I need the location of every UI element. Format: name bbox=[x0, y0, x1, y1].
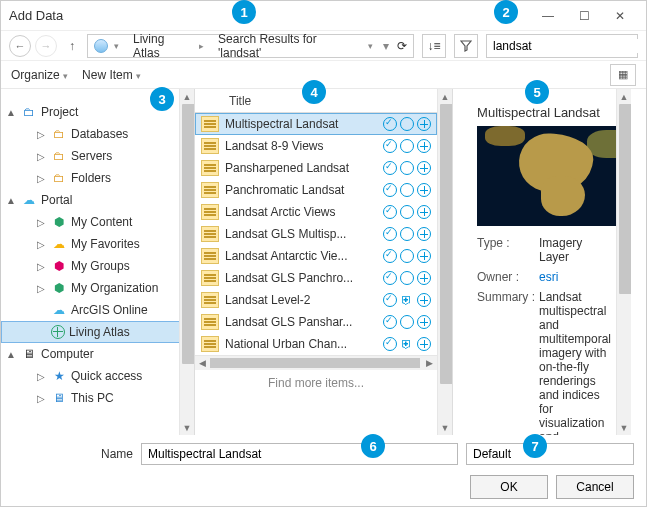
owner-label: Owner : bbox=[477, 270, 539, 284]
tree-my-groups[interactable]: ▷⬢My Groups bbox=[1, 255, 194, 277]
status-icon bbox=[400, 117, 414, 131]
tree-folders[interactable]: ▷🗀Folders bbox=[1, 167, 194, 189]
details-panel: Multispectral Landsat Type : Imagery Lay… bbox=[453, 89, 631, 435]
layer-icon bbox=[201, 182, 219, 198]
tree-databases[interactable]: ▷🗀Databases bbox=[1, 123, 194, 145]
list-row[interactable]: Landsat 8-9 Views bbox=[195, 135, 437, 157]
tree-arcgis-online[interactable]: ☁ArcGIS Online bbox=[1, 299, 194, 321]
organize-menu[interactable]: Organize ▾ bbox=[11, 68, 68, 82]
list-row[interactable]: Landsat GLS Panshar... bbox=[195, 311, 437, 333]
layer-icon bbox=[201, 226, 219, 242]
breadcrumb-seg-1[interactable]: Living Atlas bbox=[133, 32, 193, 60]
back-button[interactable]: ← bbox=[9, 35, 31, 57]
details-scrollbar[interactable]: ▲ ▼ bbox=[616, 89, 631, 435]
list-row[interactable]: Landsat Level-2⛨ bbox=[195, 289, 437, 311]
badges bbox=[383, 249, 431, 263]
owner-value[interactable]: esri bbox=[539, 270, 611, 284]
layer-icon bbox=[201, 314, 219, 330]
toolbar: ← → ↑ ▾ Living Atlas▸ Search Results for… bbox=[1, 31, 646, 61]
badges bbox=[383, 117, 431, 131]
forward-button[interactable]: → bbox=[35, 35, 57, 57]
breadcrumb[interactable]: ▾ Living Atlas▸ Search Results for 'land… bbox=[87, 34, 414, 58]
filter-button[interactable] bbox=[454, 34, 478, 58]
cancel-button[interactable]: Cancel bbox=[556, 475, 634, 499]
living-atlas-badge-icon bbox=[417, 117, 431, 131]
living-atlas-badge-icon bbox=[417, 293, 431, 307]
badges bbox=[383, 271, 431, 285]
list-row[interactable]: Landsat Arctic Views bbox=[195, 201, 437, 223]
authoritative-icon bbox=[383, 227, 397, 241]
list-item-label: Landsat 8-9 Views bbox=[225, 139, 377, 153]
ok-button[interactable]: OK bbox=[470, 475, 548, 499]
list-row[interactable]: Landsat GLS Multisp... bbox=[195, 223, 437, 245]
authoritative-icon bbox=[383, 271, 397, 285]
subscriber-icon: ⛨ bbox=[400, 337, 414, 351]
view-mode-button[interactable]: ▦ bbox=[610, 64, 636, 86]
tree-my-content[interactable]: ▷⬢My Content bbox=[1, 211, 194, 233]
minimize-button[interactable]: — bbox=[530, 2, 566, 30]
living-atlas-badge-icon bbox=[417, 183, 431, 197]
maximize-button[interactable]: ☐ bbox=[566, 2, 602, 30]
callout-4: 4 bbox=[302, 80, 326, 104]
new-item-menu[interactable]: New Item ▾ bbox=[82, 68, 141, 82]
summary-label: Summary : bbox=[477, 290, 539, 435]
list-row[interactable]: Pansharpened Landsat bbox=[195, 157, 437, 179]
living-atlas-badge-icon bbox=[417, 161, 431, 175]
tree-my-favorites[interactable]: ▷☁My Favorites bbox=[1, 233, 194, 255]
badges bbox=[383, 183, 431, 197]
close-button[interactable]: ✕ bbox=[602, 2, 638, 30]
tree-portal[interactable]: ▲☁Portal bbox=[1, 189, 194, 211]
tree-servers[interactable]: ▷🗀Servers bbox=[1, 145, 194, 167]
list-row[interactable]: Landsat Antarctic Vie... bbox=[195, 245, 437, 267]
find-more-link[interactable]: Find more items... bbox=[195, 370, 437, 396]
living-atlas-badge-icon bbox=[417, 315, 431, 329]
list-row[interactable]: Multispectral Landsat bbox=[195, 113, 437, 135]
breadcrumb-seg-2[interactable]: Search Results for 'landsat' bbox=[218, 32, 362, 60]
tree-panel: ▲🗀Project ▷🗀Databases ▷🗀Servers ▷🗀Folder… bbox=[1, 89, 195, 435]
status-icon bbox=[400, 315, 414, 329]
badges bbox=[383, 227, 431, 241]
authoritative-icon bbox=[383, 205, 397, 219]
tree-computer[interactable]: ▲🖥Computer bbox=[1, 343, 194, 365]
layer-icon bbox=[201, 292, 219, 308]
status-icon bbox=[400, 227, 414, 241]
type-filter-combo[interactable] bbox=[466, 443, 634, 465]
list-item-label: Landsat GLS Multisp... bbox=[225, 227, 377, 241]
list-row[interactable]: Landsat GLS Panchro... bbox=[195, 267, 437, 289]
list-scrollbar[interactable]: ▲ ▼ bbox=[437, 89, 452, 435]
authoritative-icon bbox=[383, 117, 397, 131]
name-input[interactable] bbox=[141, 443, 458, 465]
refresh-button[interactable]: ⟳ bbox=[391, 35, 413, 57]
list-item-label: Landsat Arctic Views bbox=[225, 205, 377, 219]
living-atlas-badge-icon bbox=[417, 271, 431, 285]
tree-quick-access[interactable]: ▷★Quick access bbox=[1, 365, 194, 387]
window-title: Add Data bbox=[9, 8, 530, 23]
badges bbox=[383, 205, 431, 219]
summary-value: Landsat multispectral and multitemporal … bbox=[539, 290, 611, 435]
search-input[interactable] bbox=[487, 39, 647, 53]
list-row[interactable]: Panchromatic Landsat bbox=[195, 179, 437, 201]
living-atlas-badge-icon bbox=[417, 249, 431, 263]
living-atlas-badge-icon bbox=[417, 205, 431, 219]
layer-icon bbox=[201, 336, 219, 352]
search-box[interactable]: ✕ 🔍 bbox=[486, 34, 638, 58]
list-panel: Title Multispectral LandsatLandsat 8-9 V… bbox=[195, 89, 453, 435]
tree-this-pc[interactable]: ▷🖥This PC bbox=[1, 387, 194, 409]
list-item-label: Pansharpened Landsat bbox=[225, 161, 377, 175]
tree-my-org[interactable]: ▷⬢My Organization bbox=[1, 277, 194, 299]
tree-scrollbar[interactable]: ▲ ▼ bbox=[179, 89, 194, 435]
tree-living-atlas[interactable]: Living Atlas bbox=[1, 321, 194, 343]
list-hscrollbar[interactable]: ◀▶ bbox=[195, 355, 437, 370]
up-button[interactable]: ↑ bbox=[61, 35, 83, 57]
living-atlas-icon bbox=[94, 39, 108, 53]
layer-icon bbox=[201, 270, 219, 286]
layer-icon bbox=[201, 204, 219, 220]
living-atlas-badge-icon bbox=[417, 337, 431, 351]
callout-5: 5 bbox=[525, 80, 549, 104]
layer-icon bbox=[201, 138, 219, 154]
sort-button[interactable]: ↓≡ bbox=[422, 34, 446, 58]
list-item-label: Landsat Antarctic Vie... bbox=[225, 249, 377, 263]
list-row[interactable]: National Urban Chan...⛨ bbox=[195, 333, 437, 355]
callout-6: 6 bbox=[361, 434, 385, 458]
list-item-label: Panchromatic Landsat bbox=[225, 183, 377, 197]
